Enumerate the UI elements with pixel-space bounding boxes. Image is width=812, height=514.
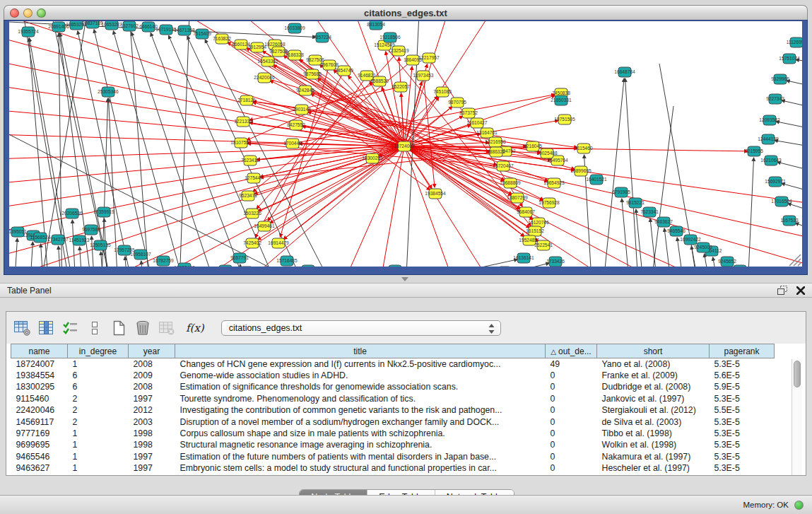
column-header-out_de[interactable]: △out_de... bbox=[546, 344, 597, 358]
graph-node[interactable]: 7886322 bbox=[487, 147, 505, 157]
citation-edge[interactable] bbox=[113, 31, 189, 267]
graph-node[interactable]: 1700448 bbox=[283, 139, 302, 148]
citation-edge[interactable] bbox=[270, 146, 404, 223]
column-header-in_degree[interactable]: in_degree bbox=[68, 344, 129, 358]
graph-node[interactable]: 20206536 bbox=[61, 209, 83, 218]
table-select-dropdown[interactable]: citations_edges.txt bbox=[221, 320, 501, 336]
citation-edge[interactable] bbox=[312, 74, 539, 242]
table-row[interactable]: 1830029562008Estimation of significance … bbox=[11, 381, 775, 392]
graph-node[interactable]: 5912954 bbox=[248, 42, 266, 52]
graph-node[interactable]: 8813054 bbox=[367, 21, 385, 30]
citation-edge[interactable] bbox=[622, 199, 631, 267]
graph-node[interactable]: 16401521 bbox=[586, 175, 607, 185]
citation-edge[interactable] bbox=[782, 100, 802, 110]
graph-node[interactable]: 2718126 bbox=[237, 95, 256, 105]
citation-edge[interactable] bbox=[636, 209, 645, 267]
graph-node[interactable]: 7623341 bbox=[640, 207, 659, 217]
float-panel-icon[interactable] bbox=[775, 285, 789, 296]
column-checklist-icon[interactable] bbox=[60, 317, 81, 339]
graph-node[interactable]: 1275447 bbox=[245, 173, 263, 183]
citation-edge[interactable] bbox=[601, 78, 624, 267]
graph-node[interactable]: 17359919 bbox=[93, 207, 114, 217]
graph-node[interactable]: 12444139 bbox=[758, 134, 779, 144]
network-graph[interactable]: 1872400771638228660124591295418226058982… bbox=[9, 21, 802, 267]
graph-node[interactable]: 19654923 bbox=[543, 178, 565, 188]
graph-node[interactable]: 21850331 bbox=[551, 95, 572, 105]
graph-node[interactable]: 9657791 bbox=[230, 253, 249, 263]
graph-node[interactable]: 9245003 bbox=[694, 243, 712, 252]
citation-edge[interactable] bbox=[775, 141, 802, 148]
graph-node[interactable]: 9115460 bbox=[575, 144, 593, 153]
graph-node[interactable]: 19384554 bbox=[425, 189, 446, 199]
citation-edge[interactable] bbox=[253, 60, 413, 192]
graph-node[interactable]: 1615152 bbox=[526, 226, 544, 236]
table-row[interactable]: 1872400712008Changes of HCN gene express… bbox=[11, 358, 775, 370]
citation-edge[interactable] bbox=[80, 247, 83, 267]
table-row[interactable]: 969969511998Structural magnetic resonanc… bbox=[11, 439, 775, 450]
table-row[interactable]: 1938455462009Genome-wide association stu… bbox=[11, 370, 775, 381]
column-header-name[interactable]: name bbox=[11, 344, 68, 358]
graph-node[interactable]: 1588520 bbox=[370, 76, 389, 86]
table-row[interactable]: 946554611997Estimation of the future num… bbox=[11, 451, 775, 462]
graph-node[interactable]: 9463627 bbox=[654, 217, 673, 227]
graph-node[interactable]: 9242845 bbox=[296, 86, 314, 95]
show-column-icon[interactable] bbox=[36, 317, 57, 339]
graph-node[interactable]: 9152293 bbox=[216, 265, 235, 267]
graph-node[interactable]: 7451083 bbox=[433, 87, 452, 97]
graph-node[interactable]: 7857224 bbox=[313, 33, 331, 42]
graph-node[interactable]: 8427552 bbox=[287, 120, 305, 130]
row-height-icon[interactable] bbox=[84, 317, 105, 339]
citation-edge[interactable] bbox=[9, 146, 404, 159]
graph-node[interactable]: 9227343 bbox=[766, 94, 784, 104]
graph-node[interactable]: 14671358 bbox=[174, 25, 195, 35]
citation-edge[interactable] bbox=[131, 33, 221, 267]
citation-edge[interactable] bbox=[776, 122, 802, 131]
citation-edge[interactable] bbox=[9, 21, 404, 146]
graph-node[interactable]: 25305346 bbox=[98, 87, 119, 97]
graph-node[interactable]: 8215955 bbox=[745, 146, 763, 156]
citation-edge[interactable] bbox=[787, 81, 802, 88]
graph-node[interactable]: 10321556 bbox=[298, 265, 319, 267]
graph-node[interactable]: 16499461 bbox=[254, 221, 275, 231]
table-row[interactable]: 1456911722003Disruption of a novel membe… bbox=[11, 416, 775, 427]
graph-node[interactable]: 15751074 bbox=[779, 54, 800, 64]
delete-table-icon[interactable] bbox=[132, 317, 153, 339]
citation-edge[interactable] bbox=[13, 238, 17, 267]
graph-node[interactable]: 9870795 bbox=[448, 98, 466, 107]
graph-node[interactable]: 16033809 bbox=[284, 23, 305, 33]
graph-node[interactable]: 8454749 bbox=[335, 66, 353, 76]
column-header-year[interactable]: year bbox=[129, 344, 175, 358]
graph-node[interactable]: 1503226 bbox=[243, 209, 261, 218]
graph-node[interactable]: 9697588 bbox=[82, 225, 100, 235]
close-panel-icon[interactable] bbox=[794, 285, 808, 296]
scrollbar-thumb[interactable] bbox=[794, 361, 801, 387]
graph-node[interactable]: 6791985 bbox=[612, 187, 630, 197]
citation-edge[interactable] bbox=[29, 242, 33, 267]
network-window-titlebar[interactable]: citations_edges.txt bbox=[4, 5, 808, 20]
table-row[interactable]: 977716911998Corpus callosum shape and si… bbox=[11, 428, 775, 439]
citation-edge[interactable] bbox=[782, 183, 802, 194]
canvas-resize-grip[interactable] bbox=[789, 255, 801, 266]
graph-node[interactable]: 12923443 bbox=[174, 263, 195, 267]
graph-node[interactable]: 9523471 bbox=[239, 191, 257, 201]
graph-node[interactable]: 9875685 bbox=[303, 69, 322, 79]
graph-node[interactable]: 10899695 bbox=[570, 166, 592, 176]
table-row[interactable]: 946362711997Embryonic stem cells: a mode… bbox=[11, 462, 775, 474]
citation-edge[interactable] bbox=[788, 204, 802, 214]
citation-edge[interactable] bbox=[404, 146, 802, 240]
graph-node[interactable]: 9815221 bbox=[626, 198, 645, 208]
table-row[interactable]: 911546021997Tourette syndrome. Phenomeno… bbox=[11, 393, 775, 404]
citation-edge[interactable] bbox=[9, 146, 404, 209]
citation-edge[interactable] bbox=[795, 223, 802, 233]
citation-edge[interactable] bbox=[747, 158, 754, 267]
graph-node[interactable]: 7623412 bbox=[241, 156, 259, 165]
graph-node[interactable]: 16136141 bbox=[513, 253, 534, 263]
table-settings-icon[interactable] bbox=[12, 317, 33, 339]
new-file-icon[interactable] bbox=[108, 317, 129, 339]
citation-edge[interactable] bbox=[625, 78, 640, 267]
function-builder-icon[interactable]: f(x) bbox=[186, 322, 204, 334]
table-row[interactable]: 2242004622012Investigating the contribut… bbox=[11, 404, 775, 416]
graph-node[interactable]: 19355724 bbox=[18, 27, 39, 37]
graph-node[interactable]: 7425402 bbox=[243, 238, 261, 248]
graph-node[interactable]: 7163822 bbox=[213, 34, 231, 44]
